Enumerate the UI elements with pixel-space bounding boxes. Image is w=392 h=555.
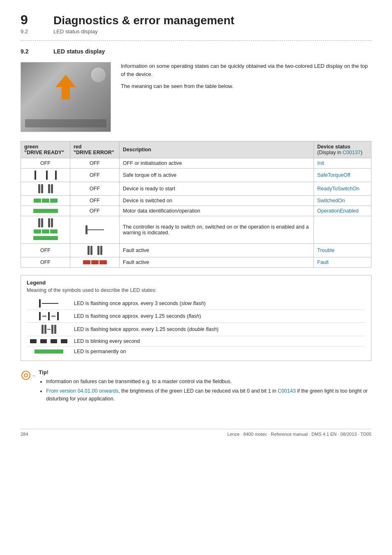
c00137-link[interactable]: C00137 <box>343 150 361 155</box>
status-cell: ReadyToSwitchOn <box>314 182 371 196</box>
solid-bar-green-icon <box>33 236 58 240</box>
legend-icon-cell <box>27 323 71 336</box>
table-row: OFF Fault active Trouble <box>21 244 371 257</box>
sub-chapter-title: LED status display <box>53 28 98 35</box>
col-header-status: Device status(Display in C00137) <box>314 141 371 158</box>
green-pattern-cell: OFF <box>21 257 70 268</box>
description-cell: OFF or initialisation active <box>120 158 314 169</box>
header: 9 Diagnostics & error management 9.2 LED… <box>21 12 371 35</box>
legend-desc-cell: LED is flashing twice approx. every 1.25… <box>71 323 365 336</box>
section-heading: 9.2 LED status display <box>21 48 371 55</box>
led-bar-green-icon <box>50 229 58 234</box>
led-bar-icon <box>48 218 50 227</box>
intro-block: Information on some operating states can… <box>21 62 371 132</box>
led-bar-icon <box>41 218 43 227</box>
status-link[interactable]: Init <box>317 160 324 166</box>
legend-icon-cell <box>27 297 71 310</box>
led-bar-icon <box>88 246 90 255</box>
red-pattern-cell: OFF <box>70 206 120 216</box>
hline-icon <box>42 316 46 317</box>
legend-desc-cell: LED is flashing once approx. every 1.25 … <box>71 310 365 323</box>
status-cell: Init <box>314 158 371 169</box>
hline-icon <box>42 303 58 304</box>
status-link[interactable]: OperationEnabled <box>317 208 359 214</box>
legend-row: LED is flashing twice approx. every 1.25… <box>27 323 365 336</box>
blink-icon <box>30 339 67 343</box>
permanent-icon <box>30 349 67 354</box>
legend-row: LED is permanently on <box>27 347 365 357</box>
status-link[interactable]: SwitchedOn <box>317 198 345 204</box>
led-bar-icon <box>51 184 53 193</box>
chapter-title: Diagnostics & error management <box>53 14 234 27</box>
led-bar-green-icon <box>42 229 49 234</box>
tip-dash: - <box>33 372 35 379</box>
red-pattern-cell: OFF <box>70 182 120 196</box>
status-link[interactable]: SafeTorqueOff <box>317 172 350 178</box>
section-number: 9.2 <box>21 48 41 55</box>
triple-bar-pattern <box>24 199 67 203</box>
description-cell: Safe torque off is active <box>120 169 314 182</box>
led-bar-icon <box>41 184 43 193</box>
description-cell: Device is switched on <box>120 196 314 206</box>
vbar-icon <box>54 325 56 334</box>
table-row: OFF Motor data identification/operation … <box>21 206 371 216</box>
intro-para1: Information on some operating states can… <box>121 62 371 78</box>
col-header-green: green"DRIVE READY" <box>21 141 70 158</box>
intro-para2: The meaning can be seen from the table b… <box>121 82 371 90</box>
section-divider <box>21 40 371 41</box>
vbar-icon <box>44 325 46 334</box>
status-cell: SwitchedOn <box>314 196 371 206</box>
intro-text: Information on some operating states can… <box>121 62 371 132</box>
trouble-link[interactable]: Trouble <box>317 247 334 253</box>
vbar-icon <box>48 312 50 320</box>
col-header-desc: Description <box>120 141 314 158</box>
combo-green-pattern <box>24 218 67 241</box>
version-link[interactable]: From version 04.01.00 onwards <box>46 388 118 394</box>
led-line-icon <box>88 229 104 230</box>
led-table: green"DRIVE READY" red"DRIVE ERROR" Desc… <box>21 141 371 268</box>
led-bar-icon <box>48 184 50 193</box>
double-flash-pattern <box>24 184 67 193</box>
col-header-red: red"DRIVE ERROR" <box>70 141 120 158</box>
status-cell: Fault <box>314 257 371 268</box>
slow-flash-icon <box>30 299 67 308</box>
tip-content-area: Tip! Information on failures can be tran… <box>39 369 371 404</box>
vbar-icon <box>39 299 41 308</box>
green-pattern-cell: OFF <box>21 244 70 257</box>
legend-desc-cell: LED is flashing once approx. every 3 sec… <box>71 297 365 310</box>
green-pattern-cell <box>21 216 70 244</box>
green-pattern-cell <box>21 169 70 182</box>
legend-section: Legend Meaning of the symbols used to de… <box>21 275 371 361</box>
legend-desc-cell: LED is permanently on <box>71 347 365 357</box>
led-bar-icon <box>35 171 36 180</box>
c00143-link[interactable]: C00143 <box>278 388 296 394</box>
description-cell: Motor data identification/operation <box>120 206 314 216</box>
double-flash-icon <box>30 325 67 334</box>
gap-icon <box>47 329 51 330</box>
triple-red-pattern <box>74 260 116 264</box>
table-row: OFF OFF OFF or initialisation active Ini… <box>21 158 371 169</box>
section-title: LED status display <box>53 48 105 55</box>
legend-table: LED is flashing once approx. every 3 sec… <box>27 297 365 356</box>
sub-chapter-number: 9.2 <box>21 28 41 35</box>
chapter-number: 9 <box>21 12 41 28</box>
legend-row: LED is blinking every second <box>27 336 365 347</box>
led-bar-icon <box>38 218 40 227</box>
legend-desc-cell: LED is blinking every second <box>71 336 365 347</box>
legend-icon-cell <box>27 347 71 357</box>
status-link[interactable]: ReadyToSwitchOn <box>317 186 360 192</box>
status-cell: OperationEnabled <box>314 206 371 216</box>
legend-icon-cell <box>27 310 71 323</box>
led-bar-red-icon <box>83 260 90 264</box>
led-bar-icon <box>55 171 57 180</box>
red-pattern-cell <box>70 244 120 257</box>
led-bar-green-icon <box>50 199 58 203</box>
fault-link[interactable]: Fault <box>317 259 329 265</box>
green-pattern-cell: OFF <box>21 158 70 169</box>
description-cell: Device is ready to start <box>120 182 314 196</box>
led-bar-icon <box>90 246 92 255</box>
status-cell: SafeTorqueOff <box>314 169 371 182</box>
tip-sun-icon <box>21 370 31 381</box>
vbar-icon <box>42 325 44 334</box>
legend-subtitle: Meaning of the symbols used to describe … <box>27 287 365 293</box>
